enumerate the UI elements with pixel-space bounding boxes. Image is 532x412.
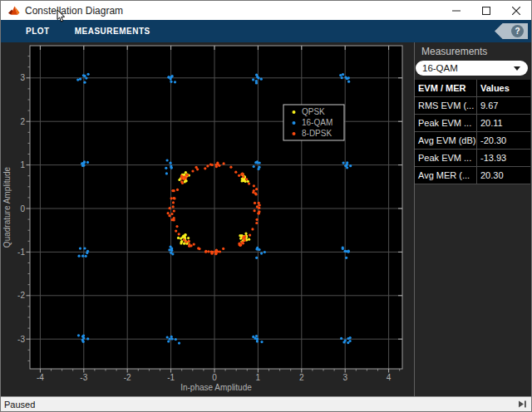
legend-label: QPSK xyxy=(302,107,325,116)
help-button[interactable]: ? xyxy=(495,23,528,39)
y-tick-label: -1 xyxy=(17,248,25,257)
constellation-plot-panel: -4-3-2-101234-3-2-10123In-phase Amplitud… xyxy=(1,42,414,398)
legend-marker xyxy=(293,110,296,114)
y-tick-label: 0 xyxy=(20,204,25,213)
metric-value: 20.11 xyxy=(477,115,531,132)
status-bar: Paused xyxy=(1,396,531,411)
x-axis-label: In-phase Amplitude xyxy=(180,383,252,392)
maximize-button[interactable] xyxy=(471,1,501,20)
metric-name: Peak EVM ... xyxy=(415,115,477,132)
y-tick-label: -3 xyxy=(17,335,25,344)
legend: QPSK16-QAM8-DPSK xyxy=(283,105,344,140)
help-icon: ? xyxy=(511,25,524,37)
x-tick-label: 1 xyxy=(256,373,261,382)
legend-marker xyxy=(293,132,296,135)
metric-name: RMS EVM (... xyxy=(415,97,477,115)
metric-value: 9.67 xyxy=(477,97,531,115)
close-icon xyxy=(512,7,520,15)
matlab-logo-icon xyxy=(7,5,20,17)
tab-plot[interactable]: PLOT xyxy=(26,27,50,36)
tab-measurements[interactable]: MEASUREMENTS xyxy=(75,27,150,36)
constellation-plot: -4-3-2-101234-3-2-10123In-phase Amplitud… xyxy=(1,42,414,398)
mouse-cursor xyxy=(57,10,66,23)
y-axis-label: Quadrature Amplitude xyxy=(2,166,12,248)
x-tick-label: -4 xyxy=(37,373,44,382)
x-tick-label: 4 xyxy=(387,373,392,382)
window-controls xyxy=(441,1,531,20)
y-tick-label: 1 xyxy=(20,160,25,169)
axes-background xyxy=(30,46,402,369)
x-tick-label: 0 xyxy=(212,373,217,382)
title-bar: Constellation Diagram xyxy=(1,1,531,20)
metric-value: -20.30 xyxy=(477,132,531,150)
modulation-dropdown-value: 16-QAM xyxy=(422,63,458,73)
metric-name: Avg MER (... xyxy=(415,167,477,184)
measurement-row: Peak EVM ...-13.93 xyxy=(415,150,530,167)
legend-label: 8-DPSK xyxy=(302,129,332,138)
constellation-diagram-window: Constellation Diagram PLOT MEASUREMENTS … xyxy=(0,0,532,412)
modulation-dropdown[interactable]: 16-QAM xyxy=(416,61,528,76)
metric-name: Peak EVM ... xyxy=(415,150,477,167)
metric-value: 20.30 xyxy=(477,167,531,184)
y-tick-label: 2 xyxy=(20,117,25,126)
close-button[interactable] xyxy=(501,1,531,20)
status-text: Paused xyxy=(4,400,35,410)
measurements-panel: Measurements 16-QAM EVM / MER Values RMS… xyxy=(414,42,530,398)
measurement-row: Avg EVM (dB)-20.30 xyxy=(415,132,530,150)
window-title: Constellation Diagram xyxy=(25,5,123,17)
values-column-header: Values xyxy=(477,80,531,97)
chevron-down-icon xyxy=(514,66,520,71)
x-tick-label: 3 xyxy=(342,373,347,382)
measurement-row: Peak EVM ...20.11 xyxy=(415,115,530,132)
measurement-table-header: EVM / MER Values xyxy=(415,80,530,97)
y-tick-label: -2 xyxy=(17,291,25,300)
measurement-table: EVM / MER Values RMS EVM (...9.67Peak EV… xyxy=(415,80,530,184)
legend-marker xyxy=(293,121,296,125)
minimize-icon xyxy=(452,7,461,15)
y-tick-label: 3 xyxy=(20,73,25,82)
metric-column-header: EVM / MER xyxy=(415,80,477,97)
measurement-row: RMS EVM (...9.67 xyxy=(415,97,530,115)
maximize-icon xyxy=(482,7,490,15)
x-tick-label: -3 xyxy=(80,373,87,382)
step-forward-icon[interactable] xyxy=(519,400,528,408)
measurement-row: Avg MER (...20.30 xyxy=(415,167,530,184)
x-tick-label: -1 xyxy=(167,373,175,382)
metric-name: Avg EVM (dB) xyxy=(415,132,477,150)
x-tick-label: -2 xyxy=(124,373,131,382)
minimize-button[interactable] xyxy=(441,1,471,20)
legend-label: 16-QAM xyxy=(302,118,332,127)
metric-value: -13.93 xyxy=(477,150,531,167)
x-tick-label: 2 xyxy=(299,373,304,382)
measurements-panel-title: Measurements xyxy=(415,42,530,60)
toolstrip: PLOT MEASUREMENTS ? xyxy=(1,20,531,42)
